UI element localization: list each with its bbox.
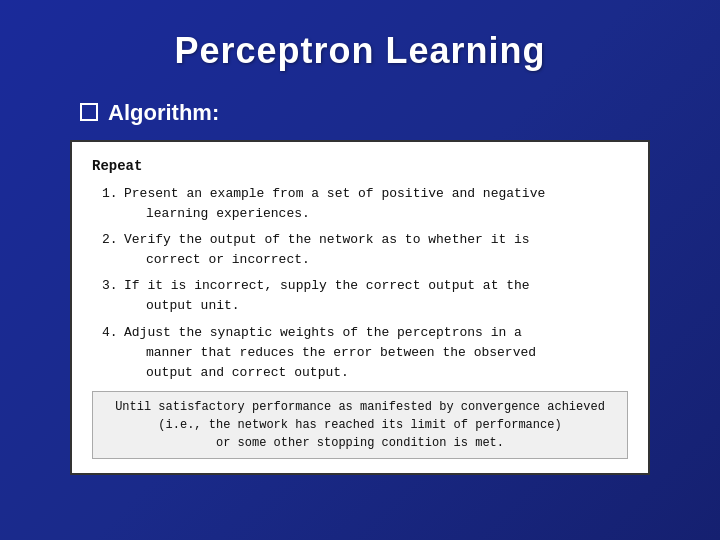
- until-line3: or some other stopping condition is met.: [216, 436, 504, 450]
- until-box: Until satisfactory performance as manife…: [92, 391, 628, 459]
- until-line1: Until satisfactory performance as manife…: [115, 400, 605, 414]
- until-line2: (i.e., the network has reached its limit…: [158, 418, 561, 432]
- steps-list: 1. Present an example from a set of posi…: [92, 184, 628, 383]
- slide-title: Perceptron Learning: [174, 30, 545, 72]
- step-2: 2. Verify the output of the network as t…: [102, 230, 628, 270]
- content-box: Repeat 1. Present an example from a set …: [70, 140, 650, 475]
- step-1: 1. Present an example from a set of posi…: [102, 184, 628, 224]
- slide: Perceptron Learning Algorithm: Repeat 1.…: [0, 0, 720, 540]
- repeat-label: Repeat: [92, 156, 628, 178]
- checkbox-icon: [80, 103, 98, 121]
- step-3: 3. If it is incorrect, supply the correc…: [102, 276, 628, 316]
- algorithm-label: Algorithm:: [80, 100, 219, 126]
- step-4: 4. Adjust the synaptic weights of the pe…: [102, 323, 628, 383]
